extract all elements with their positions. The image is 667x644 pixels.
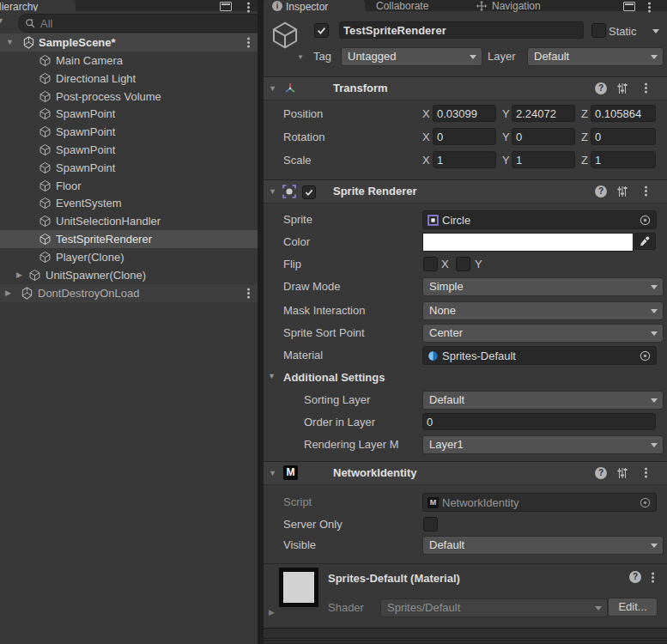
material-kebab-icon[interactable] [652, 576, 654, 579]
color-swatch[interactable] [422, 233, 634, 252]
component-kebab-icon[interactable] [645, 471, 647, 474]
scene-kebab-icon[interactable] [247, 292, 250, 295]
hierarchy-item[interactable]: UnitSelectionHandler [0, 212, 258, 230]
tag-dropdown[interactable]: Untagged [341, 47, 482, 66]
presets-icon[interactable] [616, 467, 628, 479]
help-icon[interactable]: ? [595, 82, 607, 94]
sprite-object-field[interactable]: Circle [422, 210, 657, 229]
scale-z-field[interactable] [591, 151, 656, 168]
presets-icon[interactable] [616, 185, 628, 197]
sprite-sort-point-dropdown[interactable]: Center [422, 324, 664, 343]
search-icon [25, 18, 36, 29]
hierarchy-item-selected[interactable]: TestSpriteRenderer [0, 230, 258, 248]
tab-hierarchy[interactable]: Hierarchy [0, 0, 76, 11]
kebab-menu-icon[interactable] [247, 6, 250, 9]
kebab-menu-icon[interactable] [648, 6, 651, 9]
order-in-layer-field[interactable] [422, 413, 656, 430]
scene-name: DontDestroyOnLoad [38, 284, 140, 302]
hierarchy-item[interactable]: Floor [0, 177, 258, 195]
script-object-field[interactable]: M NetworkIdentity [422, 493, 657, 512]
sprite-renderer-header[interactable]: ▼ Sprite Renderer ? [264, 179, 667, 204]
hierarchy-item-label: Player(Clone) [56, 248, 124, 266]
foldout-open-icon[interactable]: ▼ [6, 39, 14, 46]
rendering-layer-mask-dropdown[interactable]: Layer1 [422, 435, 664, 454]
preview-foldout-icon[interactable]: ▶ [269, 609, 275, 617]
rotation-y-field[interactable] [512, 128, 575, 145]
help-icon[interactable]: ? [629, 571, 641, 583]
layer-dropdown[interactable]: Default [527, 47, 664, 66]
hierarchy-item[interactable]: SpawnPoint [0, 105, 258, 123]
help-icon[interactable]: ? [595, 467, 607, 479]
active-checkbox[interactable] [314, 23, 329, 38]
gameobject-cube-icon[interactable] [270, 20, 300, 51]
sorting-layer-dropdown[interactable]: Default [422, 391, 664, 410]
foldout-open-icon[interactable]: ▼ [269, 188, 276, 196]
hierarchy-item[interactable]: ▶ UnitSpawner(Clone) [0, 266, 258, 284]
scene-header-dontdestroyonload[interactable]: ▶ DontDestroyOnLoad [0, 284, 258, 302]
component-kebab-icon[interactable] [645, 190, 647, 192]
visible-dropdown[interactable]: Default [422, 536, 664, 555]
scale-y-field[interactable] [512, 151, 575, 168]
hierarchy-tab-bar: Hierarchy [0, 0, 258, 11]
scene-header-samplescene[interactable]: ▼ SampleScene* [0, 33, 258, 52]
scene-kebab-icon[interactable] [247, 41, 250, 44]
hierarchy-item[interactable]: Main Camera [0, 52, 258, 70]
server-only-checkbox[interactable] [423, 517, 438, 532]
hierarchy-item[interactable]: SpawnPoint [0, 159, 258, 177]
flip-x-checkbox[interactable] [423, 257, 438, 271]
component-kebab-icon[interactable] [645, 87, 647, 89]
preview-resize-bar[interactable] [264, 640, 667, 644]
foldout-closed-icon[interactable]: ▶ [5, 289, 11, 297]
tab-collaborate[interactable]: Collaborate [376, 0, 428, 12]
shader-dropdown[interactable]: Sprites/Default [380, 598, 608, 617]
static-checkbox[interactable] [591, 23, 606, 38]
hierarchy-item[interactable]: SpawnPoint [0, 123, 258, 141]
edit-material-button[interactable]: Edit... [608, 598, 658, 617]
position-x-field[interactable] [433, 105, 496, 122]
network-identity-header[interactable]: ▼ M NetworkIdentity ? [264, 461, 667, 485]
draw-mode-dropdown[interactable]: Simple [422, 277, 664, 296]
window-layout-icon[interactable] [220, 2, 232, 11]
additional-settings-label[interactable]: Additional Settings [283, 368, 385, 386]
rotation-x-field[interactable] [433, 128, 496, 145]
transform-header[interactable]: ▼ Transform ? [264, 76, 667, 100]
gameobject-name-field[interactable] [339, 21, 584, 39]
tab-navigation[interactable]: Navigation [492, 0, 541, 12]
panel-divider[interactable] [258, 0, 264, 644]
hierarchy-item[interactable]: Player(Clone) [0, 248, 258, 266]
foldout-open-icon[interactable]: ▼ [268, 373, 276, 380]
presets-icon[interactable] [616, 82, 628, 94]
cube-icon [39, 125, 52, 138]
foldout-open-icon[interactable]: ▼ [269, 470, 276, 477]
object-picker-icon[interactable] [639, 496, 652, 509]
flip-y-checkbox[interactable] [456, 257, 470, 271]
hierarchy-item[interactable]: EventSystem [0, 194, 258, 212]
eyedropper-button[interactable] [634, 233, 656, 250]
tab-inspector[interactable]: i Inspector [264, 0, 365, 11]
search-input[interactable]: All [18, 14, 258, 33]
foldout-closed-icon[interactable]: ▶ [16, 271, 22, 279]
mask-interaction-dropdown[interactable]: None [422, 301, 664, 320]
scale-x-field[interactable] [433, 151, 496, 168]
material-preview-thumbnail[interactable] [279, 568, 318, 607]
material-object-field[interactable]: Sprites-Default [422, 346, 657, 365]
window-layout-icon[interactable] [623, 2, 635, 11]
foldout-open-icon[interactable]: ▼ [269, 85, 276, 93]
chevron-down-icon[interactable]: ▼ [0, 17, 4, 25]
cube-icon [39, 143, 52, 156]
help-icon[interactable]: ? [595, 185, 607, 197]
rotation-z-field[interactable] [591, 128, 656, 145]
object-picker-icon[interactable] [639, 349, 652, 362]
position-z-field[interactable] [591, 105, 656, 122]
static-dropdown-arrow[interactable] [652, 29, 659, 33]
gameobject-icon-dropdown-arrow[interactable]: ▼ [297, 53, 304, 61]
navigation-icon [476, 1, 487, 11]
hierarchy-item[interactable]: Post-process Volume [0, 88, 258, 106]
object-picker-icon[interactable] [639, 214, 652, 227]
hierarchy-item[interactable]: Directional Light [0, 70, 258, 88]
preview-resize-bar[interactable] [264, 628, 667, 639]
position-y-field[interactable] [512, 105, 575, 122]
network-identity-title: NetworkIdentity [333, 462, 417, 484]
component-enabled-checkbox[interactable] [302, 185, 316, 199]
hierarchy-item[interactable]: SpawnPoint [0, 141, 258, 159]
